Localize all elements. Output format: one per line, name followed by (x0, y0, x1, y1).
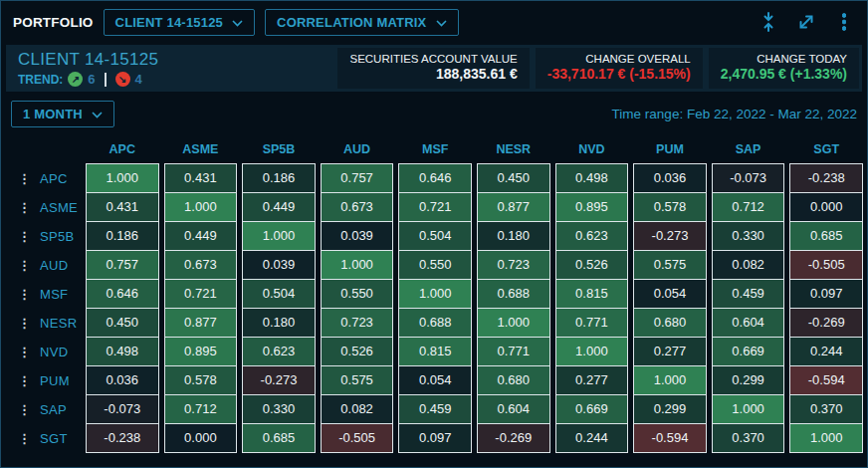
row-kebab-menu-icon[interactable]: ⋮ (18, 403, 31, 416)
row-header-asme: ⋮ASME (5, 192, 81, 222)
matrix-cell-msf-nesr: 0.688 (477, 279, 550, 309)
matrix-cell-sgt-aud: -0.505 (321, 423, 394, 453)
matrix-cell-sp5b-apc: 0.186 (86, 221, 159, 251)
matrix-cell-asme-sp5b: 0.449 (242, 192, 316, 222)
matrix-cell-apc-nvd: 0.498 (555, 163, 629, 193)
matrix-cell-pum-sap: 0.299 (712, 365, 785, 395)
client-select-dropdown[interactable]: CLIENT 14-15125 (104, 9, 256, 36)
row-kebab-menu-icon[interactable]: ⋮ (18, 259, 31, 272)
matrix-cell-sp5b-msf: 0.504 (398, 221, 472, 251)
matrix-cell-sap-nesr: 0.604 (477, 394, 550, 424)
matrix-cell-aud-nvd: 0.526 (555, 250, 629, 280)
matrix-cell-pum-apc: 0.036 (86, 365, 159, 395)
change-today-value: 2,470.95 € (+1.33%) (721, 66, 847, 82)
matrix-cell-pum-nesr: 0.680 (477, 365, 550, 395)
row-kebab-menu-icon[interactable]: ⋮ (18, 374, 31, 387)
kebab-menu-icon[interactable] (833, 11, 855, 33)
matrix-cell-sp5b-nesr: 0.180 (477, 221, 550, 251)
trend-line: TREND: ↗ 6 ↘ 4 (18, 72, 158, 87)
matrix-cell-aud-sgt: -0.505 (789, 250, 863, 280)
matrix-cell-sap-sp5b: 0.330 (242, 394, 316, 424)
row-kebab-menu-icon[interactable]: ⋮ (18, 432, 31, 445)
matrix-cell-sp5b-sap: 0.330 (712, 221, 785, 251)
matrix-cell-apc-pum: 0.036 (633, 163, 707, 193)
matrix-cell-nesr-aud: 0.723 (321, 308, 394, 338)
row-ticker-label: MSF (40, 287, 68, 302)
collapse-vertical-icon[interactable] (758, 11, 779, 33)
matrix-cell-sgt-nesr: -0.269 (477, 423, 550, 453)
column-header-sgt: SGT (789, 138, 863, 163)
matrix-cell-pum-sp5b: -0.273 (242, 365, 316, 395)
trend-down-count: 4 (135, 72, 142, 87)
matrix-cell-nvd-apc: 0.498 (86, 337, 159, 366)
matrix-cell-nesr-pum: 0.680 (633, 308, 707, 338)
top-bar: PORTFOLIO CLIENT 14-15125 CORRELATION MA… (1, 1, 867, 43)
matrix-cell-sap-msf: 0.459 (398, 394, 472, 424)
panel-label: CHANGE OVERALL (547, 53, 691, 65)
matrix-cell-pum-aud: 0.575 (321, 365, 394, 395)
matrix-cell-asme-msf: 0.721 (398, 192, 472, 222)
matrix-cell-aud-msf: 0.550 (398, 250, 472, 280)
row-kebab-menu-icon[interactable]: ⋮ (18, 317, 31, 330)
matrix-cell-nesr-msf: 0.688 (398, 308, 472, 338)
client-select-label: CLIENT 14-15125 (115, 15, 224, 30)
matrix-cell-sap-pum: 0.299 (633, 394, 707, 424)
row-ticker-label: ASME (40, 200, 78, 215)
matrix-cell-aud-sap: 0.082 (712, 250, 785, 280)
row-ticker-label: SGT (40, 431, 68, 446)
row-header-sap: ⋮SAP (5, 394, 81, 424)
row-header-msf: ⋮MSF (5, 279, 81, 309)
matrix-cell-apc-sp5b: 0.186 (242, 163, 316, 193)
column-header-apc: APC (86, 138, 159, 163)
matrix-cell-nvd-nvd: 1.000 (555, 337, 629, 366)
matrix-cell-nesr-apc: 0.450 (86, 308, 159, 338)
matrix-cell-sap-aud: 0.082 (321, 394, 394, 424)
row-kebab-menu-icon[interactable]: ⋮ (18, 230, 31, 243)
securities-account-value-panel: SECURITIES ACCOUNT VALUE 188,835.61 € (337, 48, 529, 89)
panel-label: SECURITIES ACCOUNT VALUE (349, 53, 517, 65)
row-ticker-label: APC (40, 171, 68, 186)
matrix-cell-nesr-nvd: 0.771 (555, 308, 629, 338)
row-header-pum: ⋮PUM (5, 365, 81, 395)
row-header-apc: ⋮APC (5, 163, 81, 193)
matrix-cell-pum-sgt: -0.594 (789, 365, 863, 395)
matrix-cell-aud-apc: 0.757 (86, 250, 159, 280)
matrix-row-sap: ⋮SAP-0.0730.7120.3300.0820.4590.6040.669… (5, 394, 863, 424)
matrix-cell-asme-sap: 0.712 (712, 192, 785, 222)
matrix-cell-msf-nvd: 0.815 (555, 279, 629, 309)
matrix-cell-asme-pum: 0.578 (633, 192, 707, 222)
row-ticker-label: SP5B (40, 229, 74, 244)
correlation-matrix: APCASMESP5BAUDMSFNESRNVDPUMSAPSGT⋮APC1.0… (5, 138, 863, 453)
matrix-cell-sp5b-aud: 0.039 (321, 221, 394, 251)
matrix-cell-apc-sgt: -0.238 (789, 163, 863, 193)
row-kebab-menu-icon[interactable]: ⋮ (18, 201, 31, 214)
matrix-cell-msf-asme: 0.721 (164, 279, 238, 309)
matrix-cell-nvd-nesr: 0.771 (477, 337, 550, 366)
period-select-dropdown[interactable]: 1 MONTH (11, 101, 114, 127)
matrix-cell-asme-nesr: 0.877 (477, 192, 550, 222)
expand-diagonal-icon[interactable] (795, 11, 817, 33)
matrix-cell-asme-apc: 0.431 (86, 192, 159, 222)
matrix-cell-msf-pum: 0.054 (633, 279, 707, 309)
client-header-band: CLIENT 14-15125 TREND: ↗ 6 ↘ 4 SECURITIE… (6, 45, 862, 92)
row-ticker-label: SAP (40, 402, 67, 417)
column-header-nesr: NESR (477, 138, 550, 163)
row-kebab-menu-icon[interactable]: ⋮ (18, 288, 31, 301)
matrix-cell-asme-aud: 0.673 (321, 192, 394, 222)
matrix-cell-sap-asme: 0.712 (164, 394, 238, 424)
matrix-cell-sgt-sp5b: 0.685 (242, 423, 316, 453)
matrix-cell-sgt-sap: 0.370 (712, 423, 785, 453)
trend-up-count: 6 (88, 72, 95, 87)
matrix-cell-sap-apc: -0.073 (86, 394, 159, 424)
view-select-dropdown[interactable]: CORRELATION MATRIX (265, 9, 458, 36)
matrix-cell-aud-aud: 1.000 (321, 250, 394, 280)
row-kebab-menu-icon[interactable]: ⋮ (18, 172, 31, 185)
column-header-nvd: NVD (555, 138, 629, 163)
matrix-cell-asme-sgt: 0.000 (789, 192, 863, 222)
app-title: PORTFOLIO (13, 15, 94, 30)
securities-account-value: 188,835.61 € (349, 66, 517, 82)
matrix-cell-aud-asme: 0.673 (164, 250, 238, 280)
row-kebab-menu-icon[interactable]: ⋮ (18, 346, 31, 358)
matrix-cell-apc-apc: 1.000 (86, 163, 159, 193)
matrix-cell-sp5b-asme: 0.449 (164, 221, 238, 251)
